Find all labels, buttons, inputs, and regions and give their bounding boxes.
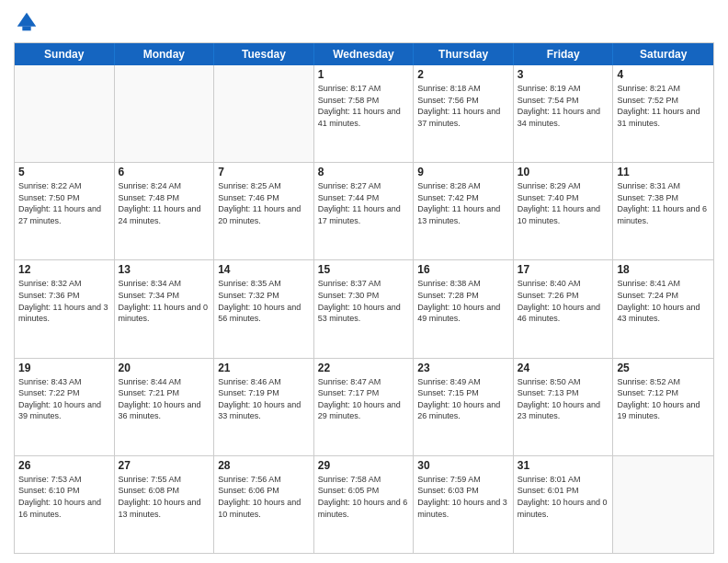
calendar-cell: 5Sunrise: 8:22 AM Sunset: 7:50 PM Daylig… (15, 163, 115, 259)
calendar-cell: 24Sunrise: 8:50 AM Sunset: 7:13 PM Dayli… (514, 359, 614, 455)
calendar-body: 1Sunrise: 8:17 AM Sunset: 7:58 PM Daylig… (15, 65, 713, 553)
weekday-header: Saturday (613, 43, 713, 65)
day-number: 29 (318, 459, 410, 472)
day-info: Sunrise: 8:50 AM Sunset: 7:13 PM Dayligh… (518, 376, 609, 422)
day-number: 15 (318, 263, 410, 276)
calendar-cell: 8Sunrise: 8:27 AM Sunset: 7:44 PM Daylig… (314, 163, 415, 259)
page: SundayMondayTuesdayWednesdayThursdayFrid… (0, 0, 728, 563)
calendar: SundayMondayTuesdayWednesdayThursdayFrid… (14, 42, 714, 554)
day-info: Sunrise: 8:52 AM Sunset: 7:12 PM Dayligh… (617, 376, 710, 422)
day-info: Sunrise: 7:59 AM Sunset: 6:03 PM Dayligh… (417, 474, 509, 520)
calendar-cell: 11Sunrise: 8:31 AM Sunset: 7:38 PM Dayli… (613, 163, 713, 259)
calendar-cell: 18Sunrise: 8:41 AM Sunset: 7:24 PM Dayli… (613, 260, 713, 357)
calendar-cell: 25Sunrise: 8:52 AM Sunset: 7:12 PM Dayli… (613, 359, 713, 455)
day-info: Sunrise: 8:01 AM Sunset: 6:01 PM Dayligh… (518, 474, 609, 520)
calendar-header: SundayMondayTuesdayWednesdayThursdayFrid… (15, 43, 713, 65)
calendar-row: 26Sunrise: 7:53 AM Sunset: 6:10 PM Dayli… (15, 456, 713, 553)
logo-icon (14, 9, 40, 35)
calendar-cell (613, 456, 713, 553)
day-info: Sunrise: 8:21 AM Sunset: 7:52 PM Dayligh… (617, 83, 710, 129)
calendar-cell (115, 65, 215, 162)
day-number: 8 (318, 166, 410, 178)
day-number: 26 (18, 459, 110, 472)
day-info: Sunrise: 8:18 AM Sunset: 7:56 PM Dayligh… (417, 83, 509, 129)
calendar-cell: 17Sunrise: 8:40 AM Sunset: 7:26 PM Dayli… (514, 260, 614, 357)
day-number: 19 (18, 362, 110, 374)
calendar-cell: 10Sunrise: 8:29 AM Sunset: 7:40 PM Dayli… (514, 163, 614, 259)
calendar-cell: 21Sunrise: 8:46 AM Sunset: 7:19 PM Dayli… (214, 359, 314, 455)
day-number: 3 (518, 68, 609, 81)
calendar-cell: 6Sunrise: 8:24 AM Sunset: 7:48 PM Daylig… (115, 163, 215, 259)
day-info: Sunrise: 7:53 AM Sunset: 6:10 PM Dayligh… (18, 474, 110, 520)
day-number: 13 (119, 263, 210, 276)
day-info: Sunrise: 8:19 AM Sunset: 7:54 PM Dayligh… (518, 83, 609, 129)
day-number: 23 (417, 362, 509, 374)
day-info: Sunrise: 8:29 AM Sunset: 7:40 PM Dayligh… (518, 180, 609, 226)
day-info: Sunrise: 8:31 AM Sunset: 7:38 PM Dayligh… (617, 180, 710, 226)
day-number: 30 (417, 459, 509, 472)
calendar-cell: 4Sunrise: 8:21 AM Sunset: 7:52 PM Daylig… (613, 65, 713, 162)
calendar-cell: 31Sunrise: 8:01 AM Sunset: 6:01 PM Dayli… (514, 456, 614, 553)
calendar-row: 19Sunrise: 8:43 AM Sunset: 7:22 PM Dayli… (15, 359, 713, 456)
day-number: 2 (417, 68, 509, 81)
day-number: 11 (617, 166, 710, 178)
calendar-cell: 19Sunrise: 8:43 AM Sunset: 7:22 PM Dayli… (15, 359, 115, 455)
day-info: Sunrise: 8:41 AM Sunset: 7:24 PM Dayligh… (617, 278, 710, 324)
svg-rect-1 (22, 27, 30, 31)
calendar-row: 1Sunrise: 8:17 AM Sunset: 7:58 PM Daylig… (15, 65, 713, 163)
day-number: 27 (119, 459, 210, 472)
day-number: 12 (18, 263, 110, 276)
logo (14, 9, 43, 35)
weekday-header: Friday (514, 43, 614, 65)
day-info: Sunrise: 8:43 AM Sunset: 7:22 PM Dayligh… (18, 376, 110, 422)
day-number: 22 (318, 362, 410, 374)
day-number: 17 (518, 263, 609, 276)
calendar-cell: 26Sunrise: 7:53 AM Sunset: 6:10 PM Dayli… (15, 456, 115, 553)
day-info: Sunrise: 8:38 AM Sunset: 7:28 PM Dayligh… (417, 278, 509, 324)
day-info: Sunrise: 8:44 AM Sunset: 7:21 PM Dayligh… (119, 376, 210, 422)
day-number: 4 (617, 68, 710, 81)
day-info: Sunrise: 8:25 AM Sunset: 7:46 PM Dayligh… (218, 180, 310, 226)
calendar-cell (15, 65, 115, 162)
calendar-cell: 1Sunrise: 8:17 AM Sunset: 7:58 PM Daylig… (314, 65, 415, 162)
day-info: Sunrise: 8:40 AM Sunset: 7:26 PM Dayligh… (518, 278, 609, 324)
day-info: Sunrise: 7:55 AM Sunset: 6:08 PM Dayligh… (119, 474, 210, 520)
calendar-cell: 28Sunrise: 7:56 AM Sunset: 6:06 PM Dayli… (214, 456, 314, 553)
calendar-cell: 14Sunrise: 8:35 AM Sunset: 7:32 PM Dayli… (214, 260, 314, 357)
weekday-header: Monday (115, 43, 215, 65)
weekday-header: Wednesday (314, 43, 415, 65)
day-info: Sunrise: 8:27 AM Sunset: 7:44 PM Dayligh… (318, 180, 410, 226)
header (14, 9, 714, 35)
day-number: 16 (417, 263, 509, 276)
calendar-cell: 16Sunrise: 8:38 AM Sunset: 7:28 PM Dayli… (414, 260, 514, 357)
day-number: 6 (119, 166, 210, 178)
calendar-cell: 7Sunrise: 8:25 AM Sunset: 7:46 PM Daylig… (214, 163, 314, 259)
calendar-cell: 20Sunrise: 8:44 AM Sunset: 7:21 PM Dayli… (115, 359, 215, 455)
day-info: Sunrise: 8:46 AM Sunset: 7:19 PM Dayligh… (218, 376, 310, 422)
calendar-cell: 2Sunrise: 8:18 AM Sunset: 7:56 PM Daylig… (414, 65, 514, 162)
day-number: 7 (218, 166, 310, 178)
day-info: Sunrise: 8:47 AM Sunset: 7:17 PM Dayligh… (318, 376, 410, 422)
day-info: Sunrise: 8:49 AM Sunset: 7:15 PM Dayligh… (417, 376, 509, 422)
calendar-row: 12Sunrise: 8:32 AM Sunset: 7:36 PM Dayli… (15, 260, 713, 358)
weekday-header: Tuesday (214, 43, 314, 65)
day-info: Sunrise: 8:28 AM Sunset: 7:42 PM Dayligh… (417, 180, 509, 226)
calendar-row: 5Sunrise: 8:22 AM Sunset: 7:50 PM Daylig… (15, 163, 713, 260)
day-number: 21 (218, 362, 310, 374)
day-info: Sunrise: 8:34 AM Sunset: 7:34 PM Dayligh… (119, 278, 210, 324)
day-number: 31 (518, 459, 609, 472)
calendar-cell: 3Sunrise: 8:19 AM Sunset: 7:54 PM Daylig… (514, 65, 614, 162)
day-number: 9 (417, 166, 509, 178)
day-number: 20 (119, 362, 210, 374)
day-number: 24 (518, 362, 609, 374)
day-info: Sunrise: 8:32 AM Sunset: 7:36 PM Dayligh… (18, 278, 110, 324)
day-number: 18 (617, 263, 710, 276)
day-info: Sunrise: 7:58 AM Sunset: 6:05 PM Dayligh… (318, 474, 410, 520)
day-number: 1 (318, 68, 410, 81)
day-info: Sunrise: 8:17 AM Sunset: 7:58 PM Dayligh… (318, 83, 410, 129)
day-number: 10 (518, 166, 609, 178)
day-info: Sunrise: 7:56 AM Sunset: 6:06 PM Dayligh… (218, 474, 310, 520)
calendar-cell: 12Sunrise: 8:32 AM Sunset: 7:36 PM Dayli… (15, 260, 115, 357)
weekday-header: Thursday (414, 43, 514, 65)
weekday-header: Sunday (15, 43, 115, 65)
